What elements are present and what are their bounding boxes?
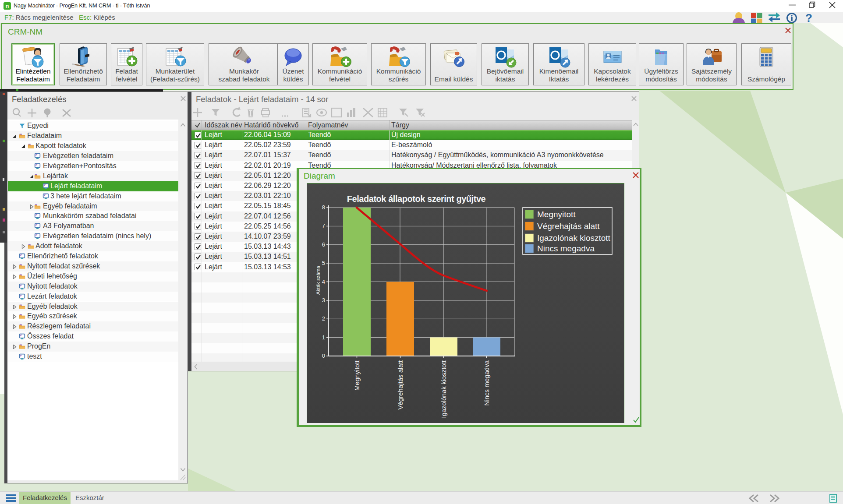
svg-text:Akták száma: Akták száma [315, 265, 321, 294]
svg-text:3: 3 [322, 297, 325, 303]
svg-text:5: 5 [322, 260, 325, 266]
svg-text:Megnyitott: Megnyitott [537, 210, 576, 219]
svg-text:Megnyitott: Megnyitott [353, 360, 361, 391]
svg-text:Nincs megadva: Nincs megadva [537, 244, 595, 253]
svg-text:Végrehajtás alatt: Végrehajtás alatt [397, 360, 404, 409]
svg-text:?: ? [805, 12, 812, 23]
svg-text:Igazolónak kiosztott: Igazolónak kiosztott [537, 233, 611, 243]
svg-text:1: 1 [322, 334, 325, 341]
svg-text:7: 7 [322, 222, 325, 229]
svg-text:Igazolónak kiosztott: Igazolónak kiosztott [440, 360, 447, 418]
svg-text:Feladatok állapotok szerint gy: Feladatok állapotok szerint gyűjtve [347, 194, 486, 204]
svg-text:Végrehajtás alatt: Végrehajtás alatt [537, 222, 600, 231]
svg-text:6: 6 [322, 241, 325, 248]
svg-text:4: 4 [322, 278, 325, 285]
svg-text:Nincs megadva: Nincs megadva [483, 360, 490, 405]
svg-text:8: 8 [322, 204, 325, 211]
svg-text:2: 2 [322, 315, 325, 322]
svg-text:0: 0 [322, 352, 325, 359]
